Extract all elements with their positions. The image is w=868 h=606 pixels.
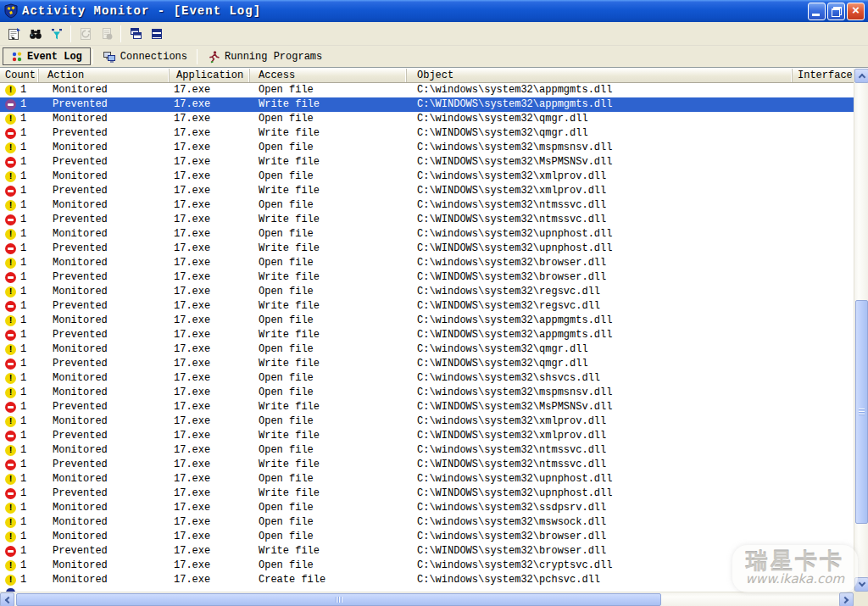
- table-row[interactable]: 1Prevented17.exeWrite fileC:\WINDOWS\sys…: [0, 328, 854, 342]
- table-row[interactable]: 1Prevented17.exeWrite fileC:\WINDOWS\sys…: [0, 486, 854, 501]
- tab-label: Running Programs: [225, 51, 322, 63]
- cell-object: C:\windows\system32\browser.dll: [407, 256, 793, 270]
- cell-count: 1: [0, 126, 39, 141]
- scroll-up-button[interactable]: [854, 69, 868, 83]
- close-button[interactable]: ×: [847, 3, 865, 20]
- cell-object: C:\WINDOWS\system32\ntmssvc.dll: [407, 458, 793, 472]
- monitored-icon: [5, 200, 16, 211]
- cell-application: 17.exe: [170, 141, 250, 155]
- cell-access: Write file: [250, 357, 407, 371]
- column-header-object[interactable]: Object: [407, 69, 793, 82]
- cell-action: Monitored: [39, 141, 170, 155]
- scrollbar-corner: [854, 592, 868, 606]
- scroll-right-button[interactable]: [839, 592, 854, 606]
- cascade-windows-button[interactable]: [125, 24, 146, 44]
- table-row[interactable]: 1Monitored17.exeOpen fileC:\windows\syst…: [0, 170, 854, 184]
- horizontal-scroll-thumb[interactable]: [16, 593, 661, 606]
- table-row[interactable]: 1Prevented17.exeWrite fileC:\WINDOWS\sys…: [0, 126, 854, 141]
- table-row[interactable]: 1Prevented17.exeWrite fileC:\WINDOWS\sys…: [0, 184, 854, 198]
- cell-access: Open file: [250, 170, 407, 184]
- event-log-icon: [11, 51, 23, 63]
- table-row[interactable]: 1Monitored17.exeOpen fileC:\windows\syst…: [0, 83, 854, 97]
- table-row[interactable]: 1Prevented17.exeWrite fileC:\WINDOWS\sys…: [0, 299, 854, 314]
- table-row[interactable]: 1Prevented17.exeWrite fileC:\WINDOWS\sys…: [0, 357, 854, 371]
- cell-access: Write file: [250, 97, 407, 112]
- properties-button[interactable]: [3, 24, 25, 44]
- table-row[interactable]: 1Monitored17.exeOpen fileC:\windows\syst…: [0, 227, 854, 242]
- vertical-scroll-thumb[interactable]: [855, 300, 868, 524]
- cell-interface: [793, 400, 854, 414]
- cell-application: 17.exe: [170, 242, 250, 256]
- table-row[interactable]: 1Monitored17.exeOpen fileC:\windows\syst…: [0, 342, 854, 357]
- tile-windows-button[interactable]: [146, 24, 167, 44]
- table-row[interactable]: 1Prevented17.exeWrite fileC:\WINDOWS\sys…: [0, 242, 854, 256]
- cell-count: 1: [0, 112, 39, 126]
- table-row[interactable]: 1Monitored17.exeOpen fileC:\windows\syst…: [0, 559, 854, 573]
- cell-action: Monitored: [39, 227, 170, 242]
- table-row[interactable]: 1Prevented17.exeWrite fileC:\WINDOWS\sys…: [0, 400, 854, 414]
- table-row[interactable]: 1Monitored17.exeOpen fileC:\windows\syst…: [0, 530, 854, 544]
- cell-count: 1: [0, 357, 39, 371]
- table-row[interactable]: 1Monitored17.exeCreate fileC:\windows\sy…: [0, 573, 854, 587]
- table-row[interactable]: 1Monitored17.exeOpen fileC:\windows\syst…: [0, 314, 854, 328]
- column-header-access[interactable]: Access: [250, 69, 407, 82]
- table-row[interactable]: 1Monitored17.exeOpen fileC:\windows\syst…: [0, 515, 854, 530]
- minimize-button[interactable]: [808, 3, 826, 20]
- cell-object: C:\windows\system32\xmlprov.dll: [407, 170, 793, 184]
- table-row[interactable]: 1Prevented17.exeWrite fileC:\WINDOWS\sys…: [0, 97, 854, 112]
- table-row[interactable]: 1Monitored17.exeOpen fileC:\windows\syst…: [0, 414, 854, 429]
- cell-access: Open file: [250, 472, 407, 486]
- table-row[interactable]: 1Monitored17.exeOpen fileC:\windows\syst…: [0, 198, 854, 213]
- table-row[interactable]: 1Prevented17.exeWrite fileC:\WINDOWS\sys…: [0, 544, 854, 559]
- table-row[interactable]: 1Monitored17.exeOpen fileC:\windows\syst…: [0, 371, 854, 386]
- report-button[interactable]: [96, 24, 117, 44]
- table-row[interactable]: 1Prevented17.exeWrite fileC:\WINDOWS\sys…: [0, 458, 854, 472]
- scroll-left-button[interactable]: [0, 592, 14, 606]
- cell-count: 1: [0, 443, 39, 458]
- cell-application: 17.exe: [170, 256, 250, 270]
- tab-label: Event Log: [27, 51, 82, 63]
- cell-count: 1: [0, 515, 39, 530]
- refresh-button[interactable]: [75, 24, 96, 44]
- table-row[interactable]: 1Prevented17.exeWrite fileC:\WINDOWS\sys…: [0, 155, 854, 170]
- cell-action: Monitored: [39, 371, 170, 386]
- table-row[interactable]: 1Monitored17.exeOpen fileC:\windows\syst…: [0, 443, 854, 458]
- table-row[interactable]: 1Monitored17.exeOpen fileC:\windows\syst…: [0, 112, 854, 126]
- cell-object: C:\windows\system32\pchsvc.dll: [407, 573, 793, 587]
- cell-application: 17.exe: [170, 198, 250, 213]
- find-button[interactable]: [25, 24, 46, 44]
- cell-access: Open file: [250, 386, 407, 400]
- column-header-count[interactable]: Count: [0, 69, 39, 82]
- filter-button[interactable]: [46, 24, 67, 44]
- restore-button[interactable]: [827, 3, 845, 20]
- scroll-down-button[interactable]: [854, 577, 868, 592]
- vertical-scrollbar[interactable]: [854, 69, 868, 592]
- cell-interface: [793, 501, 854, 515]
- horizontal-scrollbar[interactable]: [0, 592, 854, 606]
- table-row[interactable]: 1Prevented17.exeWrite fileC:\WINDOWS\sys…: [0, 213, 854, 227]
- table-row[interactable]: 1Prevented17.exeWrite fileC:\WINDOWS\sys…: [0, 429, 854, 443]
- table-row[interactable]: 1Monitored17.exeOpen fileC:\windows\syst…: [0, 285, 854, 299]
- column-header-application[interactable]: Application: [170, 69, 250, 82]
- prevented-icon: [5, 431, 16, 442]
- cell-access: Open file: [250, 501, 407, 515]
- table-row[interactable]: 1Monitored17.exeOpen fileC:\windows\syst…: [0, 472, 854, 486]
- tab-connections[interactable]: Connections: [95, 47, 195, 65]
- table-row[interactable]: 1Monitored17.exeOpen fileC:\windows\syst…: [0, 501, 854, 515]
- table-row[interactable]: 1Prevented17.exeWrite fileC:\WINDOWS\sys…: [0, 270, 854, 285]
- table-row[interactable]: 1Monitored17.exeOpen fileC:\windows\syst…: [0, 256, 854, 270]
- connections-icon: [103, 50, 116, 64]
- prevented-icon: [5, 128, 16, 139]
- tab-event-log[interactable]: Event Log: [3, 47, 91, 65]
- cell-interface: [793, 299, 854, 314]
- column-header-action[interactable]: Action: [39, 69, 170, 82]
- cell-count: 1: [0, 285, 39, 299]
- column-header-interface[interactable]: Interface: [793, 69, 854, 82]
- cell-object: C:\windows\system32\ntmssvc.dll: [407, 198, 793, 213]
- tab-running-programs[interactable]: Running Programs: [199, 47, 330, 65]
- cell-application: 17.exe: [170, 285, 250, 299]
- table-row[interactable]: 1Monitored17.exeOpen fileC:\windows\syst…: [0, 386, 854, 400]
- cell-count: 1: [0, 530, 39, 544]
- cell-access: Open file: [250, 83, 407, 97]
- table-row[interactable]: 1Monitored17.exeOpen fileC:\windows\syst…: [0, 141, 854, 155]
